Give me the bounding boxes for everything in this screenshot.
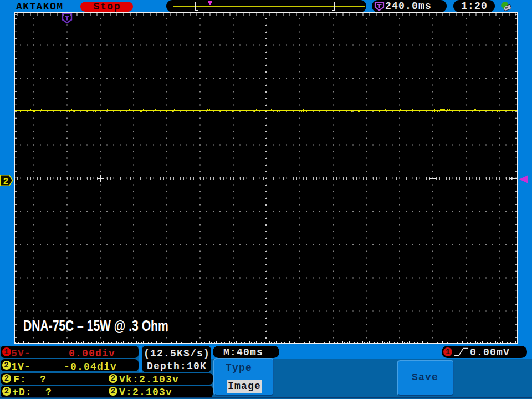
svg-text:2: 2 <box>3 177 9 187</box>
